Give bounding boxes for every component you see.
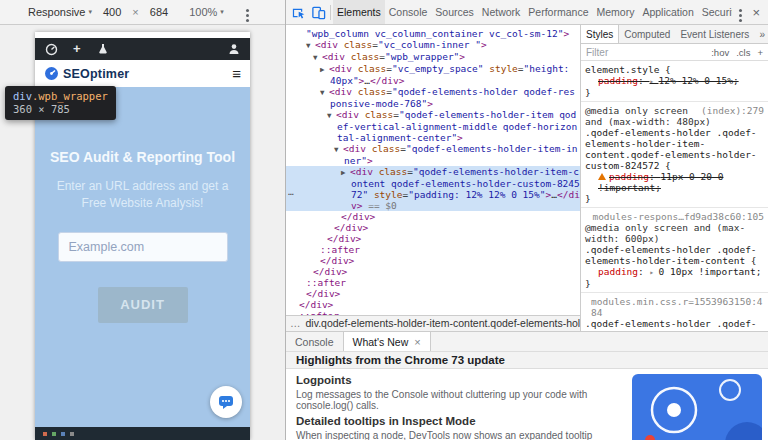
dom-tree-line[interactable]: </div> <box>286 222 580 233</box>
whatsnew-section-title[interactable]: Detailed tooltips in Inspect Mode <box>296 415 626 428</box>
dom-tree-line[interactable]: ::after <box>286 277 580 288</box>
tab-sources[interactable]: Sources <box>431 0 478 24</box>
css-selector[interactable]: element.style { <box>585 64 764 75</box>
chevron-down-icon: ▾ <box>88 8 92 16</box>
element-classes-button[interactable]: .cls <box>736 47 750 58</box>
tab-network[interactable]: Network <box>478 0 525 24</box>
stylesheet-link[interactable]: modules.min.css.r=1553963150:484 <box>591 296 764 318</box>
dom-tree-line[interactable]: ▼ <div class="qodef-elements-holder-item… <box>286 143 580 166</box>
plus-icon[interactable]: + <box>73 38 81 60</box>
new-style-rule-icon[interactable]: + <box>757 47 763 58</box>
styles-filter-input[interactable]: Filter <box>586 47 704 58</box>
dom-tree-line-selected[interactable]: …▶ <div class="qodef-elements-holder-ite… <box>286 166 580 211</box>
dom-tree-line[interactable]: </div> <box>286 211 580 222</box>
devtools-more-icon[interactable] <box>734 3 746 21</box>
whatsnew-section-body: Log messages to the Console without clut… <box>296 389 626 411</box>
dashboard-icon[interactable] <box>44 42 58 56</box>
css-declaration[interactable]: padding: 11px 0 20 0 !important; <box>585 171 764 193</box>
dom-tree-line[interactable]: </div> <box>286 255 580 266</box>
expand-arrow-icon[interactable]: ▼ <box>306 41 315 50</box>
expand-arrow-icon[interactable]: ▼ <box>327 111 336 120</box>
footer-dot <box>43 432 47 436</box>
shorthand-expand-icon[interactable]: ▸ <box>650 77 659 86</box>
dom-tree-line[interactable]: ▼ <div class="wpb_wrapper"> <box>286 51 580 63</box>
styles-sidebar: » StylesComputedEvent Listeners Filter :… <box>580 25 768 331</box>
whatsnew-section-title[interactable]: Logpoints <box>296 374 626 387</box>
user-icon[interactable] <box>227 42 241 56</box>
close-icon[interactable]: × <box>414 336 420 348</box>
responsive-mode-dropdown[interactable]: Responsive ▾ <box>28 6 92 18</box>
breadcrumb-overflow[interactable]: … <box>290 317 301 329</box>
device-toolbar-more-icon[interactable] <box>242 6 254 19</box>
expand-arrow-icon[interactable]: ▼ <box>313 53 322 62</box>
sidebar-tab-styles[interactable]: Styles <box>581 25 619 43</box>
hero-section: SEO Audit & Reporting Tool Enter an URL … <box>35 87 250 427</box>
tab-elements[interactable]: Elements <box>333 0 385 24</box>
tab-application[interactable]: Application <box>638 0 697 24</box>
tab-console-drawer[interactable]: Console <box>286 332 343 351</box>
overflow-chevron-icon[interactable]: » <box>759 29 768 40</box>
close-icon[interactable]: × <box>746 5 766 20</box>
rule-close-brace: } <box>585 193 764 204</box>
chat-widget[interactable] <box>210 386 242 418</box>
toggle-element-state-button[interactable]: :hov <box>711 47 729 58</box>
footer-dot <box>70 432 74 436</box>
viewport-width-input[interactable]: 400 <box>100 5 124 19</box>
devtools-tab-strip: ElementsConsoleSourcesNetworkPerformance… <box>333 0 732 24</box>
viewport-height-input[interactable]: 684 <box>147 5 171 19</box>
breadcrumb-crumb[interactable]: div.qodef-elements-holder-item-content.q… <box>306 317 581 329</box>
hero-heading: SEO Audit & Reporting Tool <box>35 149 250 165</box>
device-toolbar: Responsive ▾ 400 × 684 100% ▾ <box>0 0 285 25</box>
audit-button[interactable]: AUDIT <box>98 287 188 323</box>
seoptimer-logo[interactable]: SEOptimer <box>44 66 129 81</box>
styles-tab-strip: » StylesComputedEvent Listeners <box>581 25 768 44</box>
style-rule: modules.min.css.r=1553963150:484.qodef-e… <box>581 293 768 331</box>
dom-tree-line[interactable]: </div> <box>286 266 580 277</box>
expand-arrow-icon[interactable]: ▼ <box>334 145 343 154</box>
hamburger-menu-icon[interactable]: ≡ <box>232 66 241 81</box>
sidebar-tab-event-listeners[interactable]: Event Listeners <box>675 25 754 43</box>
sidebar-tab-computed[interactable]: Computed <box>619 25 675 43</box>
stylesheet-link[interactable]: modules-respons…fd9ad38c60:105 <box>592 211 764 222</box>
css-selector[interactable]: .qodef-elements-holder .qodef-elements-h… <box>585 127 764 171</box>
toggle-device-toolbar-icon[interactable] <box>308 2 328 22</box>
dom-tree-line[interactable]: "wpb_column vc_column_container vc_col-s… <box>286 28 580 39</box>
dom-tree-line[interactable]: ▶ <div class="vc_empty_space" style="hei… <box>286 63 580 86</box>
whatsnew-content: LogpointsLog messages to the Console wit… <box>286 370 768 440</box>
tab-security[interactable]: Security <box>698 0 733 24</box>
dom-tree-line[interactable]: ▼ <div class="qodef-elements-holder-item… <box>286 109 580 143</box>
css-declaration[interactable]: padding: ▸ 0 10px !important; <box>585 266 764 278</box>
expand-arrow-icon[interactable]: ▶ <box>320 65 329 74</box>
dom-tree-line[interactable]: ▼ <div class="vc_column-inner "> <box>286 39 580 51</box>
tab-whats-new[interactable]: What's New × <box>343 332 431 351</box>
site-header: SEOptimer ≡ <box>35 60 250 87</box>
logo-text: SEOptimer <box>63 67 129 81</box>
tab-console[interactable]: Console <box>385 0 432 24</box>
selection-overflow-ellipsis: … <box>288 186 294 197</box>
dom-tree: "wpb_column vc_column_container vc_col-s… <box>286 25 580 315</box>
dom-tree-line[interactable]: </div> <box>286 299 580 310</box>
flask-icon[interactable] <box>96 42 110 56</box>
expand-arrow-icon[interactable]: ▶ <box>341 168 350 177</box>
seoptimer-logo-icon <box>44 66 59 81</box>
dom-tree-line[interactable]: </div> <box>286 233 580 244</box>
dom-tree-line[interactable]: ▼ <div class="qodef-elements-holder qode… <box>286 86 580 109</box>
tab-performance[interactable]: Performance <box>524 0 592 24</box>
stylesheet-link[interactable]: (index):279 <box>701 105 764 116</box>
css-declaration[interactable]: padding: ▸ 12% 12% 0 15%; <box>585 75 764 87</box>
chat-bubble-icon <box>218 394 234 410</box>
shorthand-expand-icon[interactable]: ▸ <box>650 268 659 277</box>
dom-tree-line[interactable]: </div> <box>286 288 580 299</box>
tab-memory[interactable]: Memory <box>592 0 638 24</box>
css-selector[interactable]: .qodef-elements-holder .qodef-elements-h… <box>585 244 764 266</box>
site-footer <box>35 427 250 440</box>
chevron-down-icon: ▾ <box>220 8 224 16</box>
dom-tree-line[interactable]: ::after <box>286 244 580 255</box>
zoom-dropdown[interactable]: 100% ▾ <box>189 6 224 18</box>
whatsnew-illustration: ne <box>632 374 762 440</box>
expand-arrow-icon[interactable]: ▼ <box>320 88 329 97</box>
zoom-level-label: 100% <box>189 6 217 18</box>
inspect-element-icon[interactable] <box>288 2 308 22</box>
url-input[interactable]: Example.com <box>58 232 228 262</box>
styles-filter-bar: Filter :hov .cls + <box>581 44 768 61</box>
